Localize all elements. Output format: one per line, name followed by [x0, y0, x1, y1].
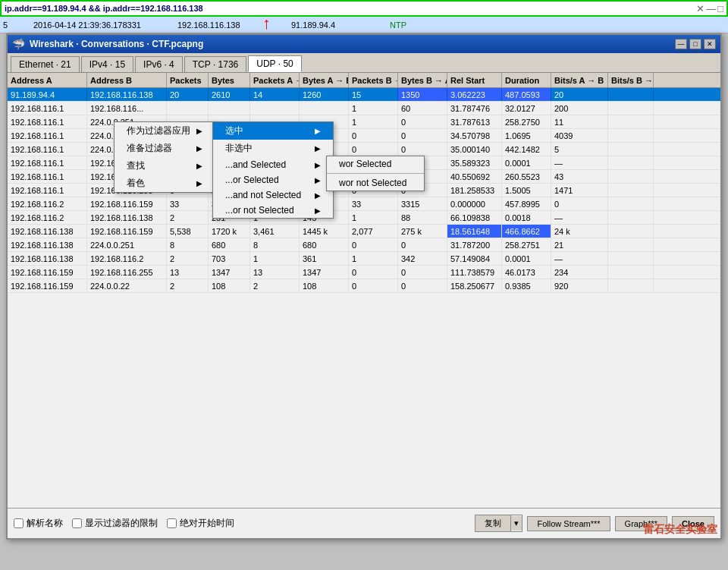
table-row[interactable]: 192.168.116.159 192.168.116.255 13 1347 …	[8, 266, 720, 279]
menu-item-and-not-selected[interactable]: ...and not Selected ▶	[213, 187, 333, 203]
tab-udp-label: UDP · 50	[256, 58, 293, 69]
col-packets-ab[interactable]: Packets A → B	[250, 73, 300, 87]
col-addr-a[interactable]: Address A	[8, 73, 87, 87]
bottom-left: 解析名称 显示过滤器的限制 绝对开始时间	[14, 517, 234, 530]
title-bar: 🦈 Wireshark · Conversations · CTF.pcapng…	[8, 35, 720, 53]
pkt-time: 2016-04-14 21:39:36.178331	[30, 20, 174, 30]
submenu-arrow: ▶	[315, 176, 321, 184]
filter-minimize-btn[interactable]: —	[706, 3, 716, 14]
menu-item-find[interactable]: 查找 ▶	[115, 157, 215, 175]
col-bytes-ba[interactable]: Bytes B → A	[398, 73, 447, 87]
table-header: Address A Address B Packets Bytes Packet…	[8, 73, 720, 88]
menu-item-and-selected[interactable]: ...and Selected ▶	[213, 157, 333, 172]
cell-addr-b: 192.168.116.138	[87, 88, 167, 101]
menu-item-color[interactable]: 着色 ▶	[115, 175, 215, 192]
window-title: Wireshark · Conversations · CTF.pcapng	[30, 39, 203, 49]
cell-bytes-ab: 1260	[300, 88, 349, 101]
limit-filter-checkbox[interactable]	[72, 518, 82, 528]
tab-bar: Ethernet · 21 IPv4 · 15 IPv6 · 4 TCP · 1…	[8, 53, 720, 73]
cell-pkts-ab: 14	[250, 88, 300, 101]
submenu-arrow: ▶	[196, 127, 202, 135]
copy-dropdown-btn[interactable]: ▾	[511, 516, 522, 531]
tab-ethernet[interactable]: Ethernet · 21	[11, 56, 80, 72]
maximize-btn[interactable]: □	[689, 39, 701, 49]
tab-ipv4[interactable]: IPv4 · 15	[81, 56, 133, 72]
submenu-arrow: ▶	[315, 191, 321, 200]
title-left: 🦈 Wireshark · Conversations · CTF.pcapng	[12, 38, 203, 50]
menu-item-filter-apply[interactable]: 作为过滤器应用 ▶	[115, 122, 215, 140]
table-row[interactable]: 91.189.94.4 192.168.116.138 20 2610 14 1…	[8, 88, 720, 102]
cell-rel-start: 3.062223	[447, 88, 502, 101]
close-btn[interactable]: ✕	[704, 39, 716, 49]
tab-ipv6[interactable]: IPv6 · 4	[135, 56, 183, 72]
table-row[interactable]: 192.168.116.138 192.168.116.159 5,538 17…	[8, 225, 720, 238]
col-packets[interactable]: Packets	[167, 73, 209, 87]
submenu-arrow: ▶	[196, 162, 202, 170]
col-packets-ba[interactable]: Packets B → A	[349, 73, 398, 87]
abs-start-label[interactable]: 绝对开始时间	[167, 517, 234, 530]
menu-item-selected[interactable]: 选中 ▶	[213, 122, 333, 140]
col-bytes-ab[interactable]: Bytes A → B	[300, 73, 349, 87]
tab-ethernet-label: Ethernet · 21	[19, 59, 71, 70]
filter-maximize-btn[interactable]: □	[717, 3, 723, 14]
menu-item-not-selected[interactable]: 非选中 ▶	[213, 140, 333, 157]
menu-item-or-selected[interactable]: ...or Selected ▶	[213, 172, 333, 187]
menu-item-wor-not-selected[interactable]: wor not Selected	[327, 175, 424, 191]
cell-packets: 20	[167, 88, 209, 101]
wireshark-top: ip.addr==91.189.94.4 && ip.addr==192.168…	[0, 0, 728, 33]
filter-close-btn[interactable]: ✕	[696, 3, 704, 14]
copy-btn-group: 复制 ▾	[475, 515, 522, 532]
tab-tcp-label: TCP · 1736	[193, 59, 238, 70]
submenu-arrow: ▶	[196, 144, 202, 153]
col-bytes[interactable]: Bytes	[209, 73, 250, 87]
bottom-bar: 解析名称 显示过滤器的限制 绝对开始时间 复制 ▾ Follow Stream*…	[8, 508, 720, 538]
resolve-names-label[interactable]: 解析名称	[14, 517, 63, 530]
submenu-arrow: ▶	[196, 179, 202, 187]
col-bits-ab[interactable]: Bits/s A → B	[551, 73, 608, 87]
context-menu-2: 选中 ▶ 非选中 ▶ ...and Selected ▶ ...or Selec…	[212, 121, 334, 219]
follow-stream-button[interactable]: Follow Stream***	[527, 516, 610, 531]
conversations-window: 🦈 Wireshark · Conversations · CTF.pcapng…	[6, 33, 722, 540]
title-buttons: — □ ✕	[675, 39, 716, 49]
tab-udp[interactable]: UDP · 50	[248, 55, 301, 72]
menu-item-filter-prep[interactable]: 准备过滤器 ▶	[115, 140, 215, 157]
table-row[interactable]: 192.168.116.2 192.168.116.159 33 3315 0 …	[8, 197, 720, 211]
table-row[interactable]: 192.168.116.138 224.0.0.251 8 680 8 680 …	[8, 238, 720, 252]
tab-tcp[interactable]: TCP · 1736	[184, 56, 246, 72]
wireshark-icon: 🦈	[12, 38, 25, 50]
col-bits-ba[interactable]: Bits/s B → A	[608, 73, 654, 87]
cell-bits-ba	[608, 88, 654, 101]
menu-item-wor-selected[interactable]: wor Selected	[327, 156, 424, 172]
tab-ipv4-label: IPv4 · 15	[89, 59, 125, 70]
col-rel-start[interactable]: Rel Start	[447, 73, 502, 87]
resolve-names-checkbox[interactable]	[14, 518, 24, 528]
abs-start-checkbox[interactable]	[167, 518, 177, 528]
cell-bytes: 2610	[209, 88, 250, 101]
menu-item-or-not-selected[interactable]: ...or not Selected ▶	[213, 203, 333, 218]
col-addr-b[interactable]: Address B	[87, 73, 167, 87]
cell-bits-ab: 20	[551, 88, 608, 101]
filter-bar: ip.addr==91.189.94.4 && ip.addr==192.168…	[0, 0, 728, 17]
table-row[interactable]: 192.168.116.138 192.168.116.2 2 703 1 36…	[8, 252, 720, 266]
copy-button[interactable]: 复制	[475, 515, 511, 531]
menu-separator	[327, 173, 424, 174]
cell-pkts-ba: 15	[349, 88, 398, 101]
cell-duration: 487.0593	[502, 88, 551, 101]
table-row[interactable]: 192.168.116.1 192.168.116... 1 60 31.787…	[8, 102, 720, 115]
table-row[interactable]: 192.168.116.2 192.168.116.138 2 231 1 14…	[8, 211, 720, 225]
limit-filter-label[interactable]: 显示过滤器的限制	[72, 517, 158, 530]
col-duration[interactable]: Duration	[502, 73, 551, 87]
pkt-source: 192.168.116.138	[174, 20, 288, 30]
submenu-arrow: ▶	[315, 206, 321, 215]
submenu-arrow: ▶	[315, 144, 321, 153]
table-row[interactable]: 192.168.116.159 224.0.0.22 2 108 2 108 0…	[8, 279, 720, 293]
tab-ipv6-label: IPv6 · 4	[143, 59, 174, 70]
context-menu-3: wor Selected wor not Selected	[326, 156, 425, 191]
cell-addr-a: 91.189.94.4	[8, 88, 87, 101]
submenu-arrow: ▶	[315, 127, 321, 135]
minimize-btn[interactable]: —	[675, 39, 687, 49]
pkt-no: 5	[0, 20, 30, 30]
cell-bytes-ba: 1350	[398, 88, 447, 101]
packet-row: 5 2016-04-14 21:39:36.178331 192.168.116…	[0, 17, 728, 33]
submenu-arrow: ▶	[315, 161, 321, 169]
